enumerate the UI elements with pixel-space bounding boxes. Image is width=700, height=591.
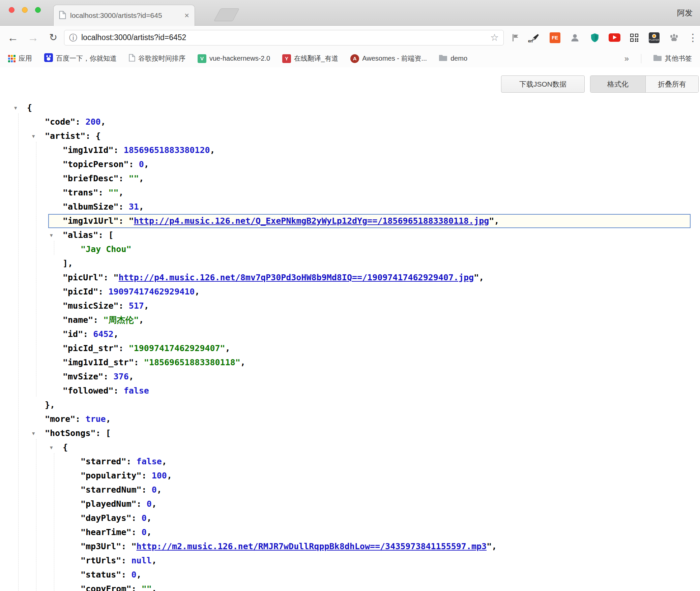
window-zoom-button[interactable] — [35, 7, 41, 13]
json-token: 0 — [132, 570, 137, 580]
other-bookmarks-folder[interactable]: 其他书签 — [653, 54, 692, 63]
youdao-icon: Y — [282, 54, 291, 63]
youdao-dict-pen-extension-icon[interactable]: en — [529, 32, 541, 44]
json-token: 6452 — [93, 329, 113, 339]
back-button[interactable]: ← — [5, 32, 20, 43]
collapse-arrow-icon[interactable]: ▼ — [50, 440, 53, 455]
json-key: "dayPlays" — [81, 513, 132, 523]
paw-extension-icon[interactable] — [668, 32, 680, 44]
youtube-extension-icon[interactable] — [608, 32, 620, 44]
window-close-button[interactable] — [9, 7, 14, 13]
json-line: "id": 6452, — [0, 327, 700, 341]
json-key: "musicSize" — [63, 301, 119, 311]
json-line: "picId": 19097417462929410, — [0, 285, 700, 299]
format-button[interactable]: 格式化 — [590, 76, 645, 92]
json-token: 0 — [152, 485, 157, 495]
json-line: "more": true, — [0, 412, 700, 426]
json-key: "followed" — [63, 386, 114, 396]
collapse-arrow-icon[interactable]: ▼ — [14, 101, 17, 115]
music-player-extension-icon[interactable]: PLAYER — [648, 32, 660, 44]
json-token: true — [85, 414, 106, 424]
json-key: "id" — [63, 329, 83, 339]
address-bar-input[interactable]: ⓘ localhost:3000/artists?id=6452 ☆ — [64, 30, 504, 45]
json-token: : — [98, 188, 108, 197]
json-token: : " — [121, 541, 136, 551]
collapse-arrow-icon[interactable]: ▼ — [32, 426, 35, 440]
json-token: 0 — [139, 159, 144, 169]
reload-button[interactable]: ↻ — [46, 33, 61, 42]
person-extension-icon[interactable] — [569, 32, 581, 44]
json-token: : — [114, 145, 124, 155]
json-token: : — [132, 527, 142, 537]
json-token: : — [132, 513, 142, 523]
new-tab-button[interactable] — [214, 8, 239, 21]
flag-extension-icon[interactable] — [509, 32, 521, 44]
json-token: 19097417462929410 — [108, 287, 195, 297]
download-json-button[interactable]: 下载JSON数据 — [501, 75, 585, 93]
collapse-all-button[interactable]: 折叠所有 — [645, 76, 698, 92]
collapse-arrow-icon[interactable]: ▼ — [50, 228, 53, 242]
bookmark-demo-folder[interactable]: demo — [439, 54, 467, 63]
bookmark-star-icon[interactable]: ☆ — [490, 33, 499, 42]
qr-code-extension-icon[interactable] — [628, 32, 640, 44]
bookmark-youdao-translate[interactable]: Y 在线翻译_有道 — [282, 54, 338, 63]
page-info-icon[interactable]: ⓘ — [69, 34, 77, 42]
bookmarks-overflow-chevron[interactable]: » — [624, 54, 629, 63]
json-token: : " — [103, 273, 118, 282]
bookmark-baidu[interactable]: 百度一下，你就知道 — [44, 53, 117, 64]
browser-tab[interactable]: localhost:3000/artists?id=645 × — [53, 5, 195, 26]
bookmark-vue-hackernews[interactable]: V vue-hackernews-2.0 — [198, 54, 270, 63]
json-token: 376 — [114, 372, 129, 381]
json-key: "img1v1Id" — [63, 145, 114, 155]
json-token: : — [132, 584, 142, 591]
folder-icon — [439, 54, 447, 63]
json-key: "copyFrom" — [81, 584, 132, 591]
json-line: ▼{ — [0, 440, 700, 455]
window-minimize-button[interactable] — [22, 7, 28, 13]
json-line: "albumSize": 31, — [0, 200, 700, 214]
json-token: 31 — [129, 202, 139, 212]
bookmark-google-sort[interactable]: 谷歌按时间排序 — [129, 54, 185, 63]
awesomes-icon: A — [350, 54, 359, 63]
json-key: "picUrl" — [63, 273, 103, 282]
json-token: , — [137, 570, 142, 580]
bookmark-apps[interactable]: 应用 — [8, 54, 32, 63]
browser-tab-strip: localhost:3000/artists?id=645 × 阿发 — [0, 0, 700, 26]
json-token: , — [210, 145, 215, 155]
json-line: ▼{ — [0, 101, 700, 115]
json-url-link[interactable]: http://p4.music.126.net/Q_ExePNkmgB2yWyL… — [134, 216, 489, 226]
json-token: : — [129, 159, 139, 169]
json-token: : — [121, 570, 131, 580]
json-token: , — [147, 513, 152, 523]
json-token: : — [137, 499, 147, 509]
json-line-selected: "img1v1Url": "http://p4.music.126.net/Q_… — [48, 214, 691, 228]
json-token: , — [225, 343, 230, 353]
json-line: "musicSize": 517, — [0, 299, 700, 313]
json-token: ", — [489, 216, 499, 226]
bookmark-awesomes[interactable]: A Awesomes - 前端资... — [350, 54, 427, 63]
json-token: , — [139, 202, 144, 212]
browser-menu-icon[interactable]: ⋮ — [688, 33, 697, 43]
json-token: 18569651883380120 — [124, 145, 210, 155]
json-line: "Jay Chou" — [0, 242, 700, 256]
json-token: , — [240, 357, 245, 367]
shield-adblock-extension-icon[interactable] — [589, 32, 601, 44]
tab-close-icon[interactable]: × — [184, 11, 189, 20]
json-tree: ▼{"code": 200,▼"artist": {"img1v1Id": 18… — [0, 101, 700, 591]
collapse-arrow-icon[interactable]: ▼ — [32, 129, 35, 143]
json-token: 200 — [85, 117, 100, 127]
json-token: , — [167, 471, 172, 480]
url-text[interactable]: localhost:3000/artists?id=6452 — [81, 33, 486, 42]
json-url-link[interactable]: http://m2.music.126.net/RMJR7wDullRqppBk… — [137, 541, 487, 551]
json-key: "albumSize" — [63, 202, 119, 212]
view-mode-toggle: 格式化 折叠所有 — [590, 75, 699, 93]
json-token: "" — [129, 174, 139, 183]
json-url-link[interactable]: http://p4.music.126.net/8mv7qP30Pd3oHW8b… — [119, 273, 474, 282]
json-line: "mvSize": 376, — [0, 370, 700, 384]
fe-extension-icon[interactable]: FE — [549, 32, 561, 44]
json-line: "followed": false — [0, 384, 700, 398]
forward-button[interactable]: → — [26, 32, 40, 43]
json-token: "" — [142, 584, 152, 591]
tab-title: localhost:3000/artists?id=645 — [70, 11, 180, 20]
json-token: 0 — [142, 527, 147, 537]
